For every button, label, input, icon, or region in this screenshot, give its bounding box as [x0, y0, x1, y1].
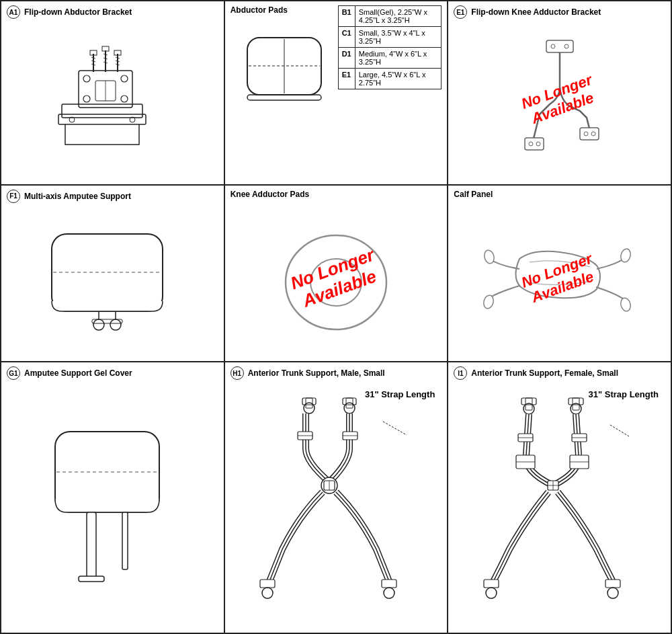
a1-image: [7, 22, 218, 180]
svg-rect-22: [102, 46, 109, 51]
knee-adductor-image: No LongerAvailable: [230, 202, 442, 358]
svg-rect-61: [343, 398, 356, 405]
abductor-table: B1Small(Gel), 2.25"W x 4.25"L x 3.25"HC1…: [338, 5, 442, 89]
i1-badge: I1: [454, 366, 467, 380]
abductor-row-desc: Small, 3.5"W x 4"L x 3.25"H: [355, 27, 442, 48]
svg-rect-0: [58, 114, 146, 124]
e1-title: Flip-down Knee Adductor Bracket: [471, 7, 601, 17]
svg-point-94: [486, 588, 497, 598]
cell-i1: I1 Anterior Trunk Support, Female, Small…: [448, 362, 671, 633]
calf-title: Calf Panel: [454, 190, 493, 199]
g1-title: Amputee Support Gel Cover: [24, 368, 132, 378]
g1-svg: [38, 411, 186, 600]
abductor-row-desc: Large, 4.5"W x 6"L x 2.75"H: [355, 69, 442, 89]
abductor-image: Abductor Pads: [230, 5, 338, 180]
svg-point-52: [619, 297, 632, 313]
calf-image: No LongerAvailable: [454, 202, 665, 358]
svg-rect-56: [122, 512, 128, 569]
cell-knee-adductor: Knee Adductor Pads No LongerAvailable: [224, 185, 448, 362]
svg-rect-57: [79, 576, 104, 582]
i1-svg: [462, 395, 657, 617]
cell-g1: G1 Amputee Support Gel Cover: [1, 362, 224, 633]
svg-point-4: [121, 75, 128, 82]
svg-rect-1: [62, 104, 142, 118]
svg-point-42: [93, 319, 104, 330]
calf-svg: [479, 219, 640, 340]
f1-svg: [38, 217, 186, 345]
svg-rect-30: [247, 95, 321, 100]
abductor-table-row: B1Small(Gel), 2.25"W x 4.25"L x 3.25"H: [338, 6, 442, 27]
cell-calf: Calf Panel No LongerAvailable: [448, 185, 671, 362]
knee-adductor-label-row: Knee Adductor Pads: [230, 190, 310, 199]
cell-f1: F1 Multi-axis Amputee Support: [1, 185, 224, 362]
svg-rect-37: [580, 128, 599, 140]
svg-point-49: [482, 249, 495, 265]
svg-point-43: [110, 319, 121, 330]
abductor-table-row: E1Large, 4.5"W x 6"L x 2.75"H: [338, 69, 442, 89]
abductor-inner: Abductor Pads B1Small(Gel), 2.25"W x 4.2…: [230, 5, 442, 180]
e1-badge: E1: [454, 5, 467, 19]
h1-image: 31" Strap Length: [230, 383, 442, 629]
abductor-row-code: B1: [338, 6, 355, 27]
svg-rect-31: [546, 40, 573, 52]
f1-label-row: F1 Multi-axis Amputee Support: [7, 190, 131, 203]
i1-strap-label: 31" Strap Length: [589, 389, 659, 401]
svg-point-5: [83, 95, 90, 102]
svg-point-72: [262, 588, 273, 598]
svg-point-6: [121, 95, 128, 102]
svg-rect-73: [382, 580, 396, 588]
abductor-row-code: C1: [338, 27, 355, 48]
svg-rect-55: [87, 512, 96, 580]
svg-rect-34: [525, 138, 544, 150]
abductor-table-row: C1Small, 3.5"W x 4"L x 3.25"H: [338, 27, 442, 48]
e1-image: No LongerAvailable: [454, 22, 665, 180]
a1-svg: [38, 40, 186, 161]
g1-badge: G1: [7, 366, 20, 380]
cell-a1: A1 Flip-down Abductor Bracket: [1, 1, 224, 185]
cell-abductor: Abductor Pads B1Small(Gel), 2.25"W x 4.2…: [224, 1, 448, 185]
calf-label-row: Calf Panel: [454, 190, 493, 199]
abductor-row-desc: Medium, 4"W x 6"L x 3.25"H: [355, 48, 442, 69]
h1-strap-label: 31" Strap Length: [365, 389, 435, 401]
knee-adductor-title: Knee Adductor Pads: [230, 190, 310, 199]
f1-badge: F1: [7, 190, 20, 203]
svg-rect-71: [260, 580, 275, 588]
knee-adductor-svg: [269, 219, 403, 340]
g1-label-row: G1 Amputee Support Gel Cover: [7, 366, 132, 380]
abductor-row-code: D1: [338, 48, 355, 69]
svg-point-74: [384, 588, 394, 598]
cell-e1-knee: E1 Flip-down Knee Adductor Bracket No Lo…: [448, 1, 671, 185]
e1-svg: [499, 34, 620, 168]
svg-rect-93: [484, 580, 499, 588]
svg-line-97: [610, 425, 629, 436]
svg-rect-40: [52, 234, 163, 311]
svg-line-75: [383, 422, 407, 435]
abductor-title: Abductor Pads: [230, 5, 288, 15]
e1-label-row: E1 Flip-down Knee Adductor Bracket: [454, 5, 601, 19]
abductor-row-desc: Small(Gel), 2.25"W x 4.25"L x 3.25"H: [355, 6, 442, 27]
svg-point-96: [607, 588, 618, 598]
h1-badge: H1: [230, 366, 244, 380]
cell-h1: H1 Anterior Trunk Support, Male, Small 3…: [224, 362, 448, 633]
abductor-row-code: E1: [338, 69, 355, 89]
a1-label-row: A1 Flip-down Abductor Bracket: [7, 5, 132, 19]
h1-svg: [239, 395, 433, 617]
i1-title: Anterior Trunk Support, Female, Small: [471, 368, 618, 378]
f1-image: [7, 206, 218, 358]
svg-point-48: [310, 259, 362, 306]
abductor-pad-svg: [230, 17, 338, 125]
a1-badge: A1: [7, 5, 20, 19]
a1-title: Flip-down Abductor Bracket: [24, 7, 132, 17]
svg-point-3: [83, 75, 90, 82]
h1-label-row: H1 Anterior Trunk Support, Male, Small: [230, 366, 385, 380]
i1-image: 31" Strap Length: [454, 383, 665, 629]
abductor-table-row: D1Medium, 4"W x 6"L x 3.25"H: [338, 48, 442, 69]
product-grid: A1 Flip-down Abductor Bracket: [0, 0, 672, 634]
g1-image: [7, 383, 218, 629]
i1-label-row: I1 Anterior Trunk Support, Female, Small: [454, 366, 618, 380]
svg-rect-58: [302, 398, 316, 405]
f1-title: Multi-axis Amputee Support: [24, 192, 131, 201]
h1-title: Anterior Trunk Support, Male, Small: [248, 368, 385, 378]
svg-rect-95: [605, 580, 620, 588]
